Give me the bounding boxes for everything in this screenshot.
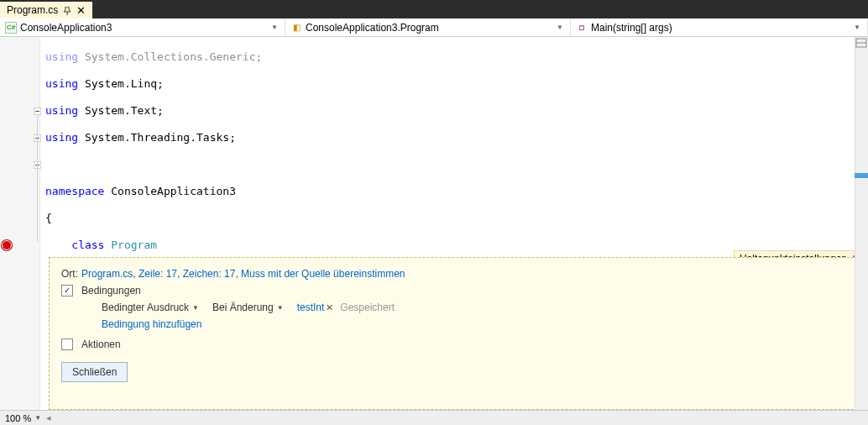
editor-area[interactable]: using System.Collections.Generic; using … [0,37,868,410]
csharp-project-icon: C# [5,22,17,34]
tab-close-icon[interactable]: ✕ [76,4,86,17]
saved-label: Gespeichert [340,302,395,313]
nav-class-combo[interactable]: ◧ ConsoleApplication3.Program ▼ [285,18,571,36]
split-view-icon[interactable] [855,38,867,48]
chevron-left-icon[interactable]: ◂ [46,412,51,423]
method-icon: ◘ [576,22,588,34]
pin-icon[interactable] [63,6,71,14]
add-condition-link[interactable]: Bedingung hinzufügen [102,318,201,330]
chevron-down-icon: ▼ [277,304,284,312]
nav-method-combo[interactable]: ◘ Main(string[] args) ▼ [571,18,868,36]
location-row: Ort: Program.cs, Zeile: 17, Zeichen: 17,… [61,268,854,280]
conditions-row: ✓ Bedingungen [61,285,854,296]
chevron-down-icon: ▼ [271,24,278,31]
vertical-scrollbar[interactable] [855,37,868,410]
chevron-down-icon: ▼ [557,24,563,31]
conditions-checkbox[interactable]: ✓ [61,285,73,296]
nav-project-label: ConsoleApplication3 [20,22,112,34]
location-link[interactable]: Program.cs, Zeile: 17, Zeichen: 17, Muss… [81,268,405,280]
nav-project-combo[interactable]: C# ConsoleApplication3 ▼ [0,18,285,36]
class-icon: ◧ [290,22,302,34]
remove-condition-icon[interactable]: ✕ [326,302,333,313]
tab-program-cs[interactable]: Program.cs ✕ [0,2,92,18]
nav-method-label: Main(string[] args) [591,22,672,34]
chevron-down-icon: ▼ [34,414,41,422]
zoom-value: 100 % [5,413,31,423]
conditions-label: Bedingungen [81,285,141,296]
chevron-down-icon: ▼ [192,304,199,312]
close-button[interactable]: Schließen [61,362,128,382]
tab-bar: Program.cs ✕ [0,0,868,18]
tab-title: Program.cs [7,4,58,16]
condition-type-combo[interactable]: Bedingter Ausdruck ▼ [102,302,199,313]
actions-label: Aktionen [81,338,121,350]
scroll-marker [855,173,868,178]
nav-bar: C# ConsoleApplication3 ▼ ◧ ConsoleApplic… [0,18,868,37]
actions-checkbox[interactable] [61,338,73,350]
location-label: Ort: [61,268,78,280]
chevron-down-icon: ▼ [854,24,860,31]
zoom-combo[interactable]: 100 % ▼ [5,413,41,423]
condition-mode-combo[interactable]: Bei Änderung ▼ [212,302,284,313]
nav-class-label: ConsoleApplication3.Program [306,22,439,34]
status-bar: 100 % ▼ ◂ [0,410,868,425]
condition-expression[interactable]: testInt [297,302,325,313]
actions-row: Aktionen [61,338,854,350]
breakpoint-settings-panel: Ort: Program.cs, Zeile: 17, Zeichen: 17,… [49,257,866,410]
